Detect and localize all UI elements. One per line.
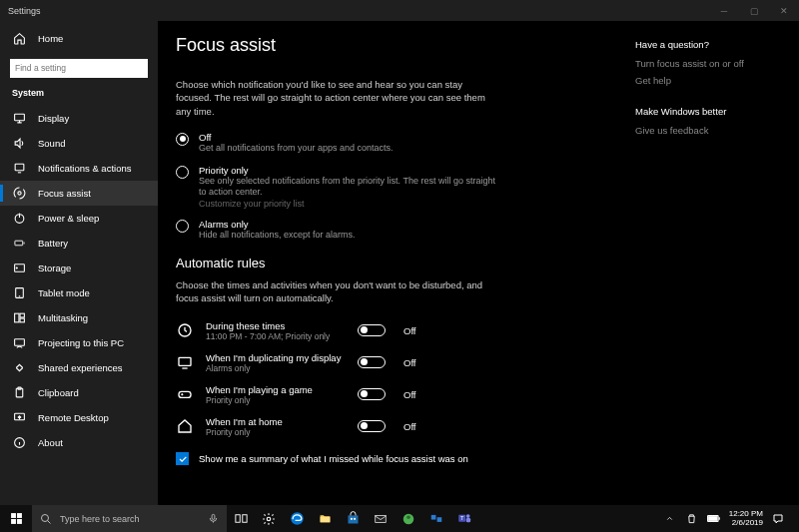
nav-label: Battery	[38, 238, 68, 249]
nav-power-sleep[interactable]: Power & sleep	[0, 206, 158, 231]
svg-rect-1	[15, 164, 24, 171]
tray-clock[interactable]: 12:20 PM 2/6/2019	[729, 510, 763, 528]
svg-point-6	[16, 266, 17, 267]
nav-display[interactable]: Display	[0, 106, 158, 131]
customize-priority-link[interactable]: Customize your priority list	[199, 199, 498, 209]
toggle-state: Off	[403, 357, 416, 368]
toggle-state: Off	[403, 389, 416, 400]
nav-label: Focus assist	[38, 188, 91, 199]
svg-rect-32	[351, 518, 353, 520]
svg-rect-30	[320, 517, 330, 522]
rule-sub: Alarms only	[206, 363, 346, 373]
home-nav[interactable]: Home	[0, 25, 158, 51]
svg-point-41	[465, 514, 469, 518]
app-icon-green[interactable]	[395, 505, 422, 532]
display-icon	[12, 112, 26, 125]
home-label: Home	[38, 33, 63, 44]
svg-point-2	[17, 191, 20, 194]
file-explorer-icon[interactable]	[311, 505, 339, 532]
rule-duplicating-display[interactable]: When I'm duplicating my displayAlarms on…	[176, 346, 617, 378]
rule-sub: 11:00 PM - 7:00 AM; Priority only	[206, 331, 346, 341]
nav-label: Multitasking	[38, 312, 88, 323]
svg-rect-44	[709, 517, 717, 521]
home-icon	[12, 32, 26, 45]
radio-icon	[176, 220, 189, 233]
nav-focus-assist[interactable]: Focus assist	[0, 181, 158, 206]
svg-point-8	[19, 295, 20, 296]
rule-toggle[interactable]	[358, 356, 386, 368]
close-button[interactable]: ✕	[769, 0, 799, 21]
rule-during-times[interactable]: During these times11:00 PM - 7:00 AM; Pr…	[176, 314, 617, 346]
rule-title: When I'm duplicating my display	[206, 352, 346, 363]
radio-icon	[176, 166, 189, 179]
nav-label: Remote Desktop	[38, 412, 109, 423]
nav-tablet-mode[interactable]: Tablet mode	[0, 280, 158, 305]
tray-chevron-icon[interactable]	[663, 514, 677, 523]
rule-toggle[interactable]	[358, 420, 386, 432]
nav-projecting[interactable]: Projecting to this PC	[0, 330, 158, 355]
nav-sound[interactable]: Sound	[0, 131, 158, 156]
rule-playing-game[interactable]: When I'm playing a gamePriority only Off	[176, 378, 617, 410]
feedback-link[interactable]: Give us feedback	[635, 125, 781, 136]
rule-sub: Priority only	[206, 427, 346, 437]
rule-at-home[interactable]: When I'm at homePriority only Off	[176, 410, 617, 442]
store-icon[interactable]	[339, 505, 367, 532]
page-intro: Choose which notification you'd like to …	[176, 78, 499, 118]
nav-list: Display Sound Notifications & actions Fo…	[0, 106, 158, 455]
nav-notifications[interactable]: Notifications & actions	[0, 156, 158, 181]
toggle-state: Off	[403, 421, 416, 432]
tray-battery-icon[interactable]	[707, 514, 721, 523]
clipboard-icon	[12, 386, 26, 399]
tray-power-icon[interactable]	[685, 513, 699, 524]
search-icon	[40, 513, 52, 525]
mic-icon[interactable]	[208, 513, 227, 524]
teams-icon[interactable]: T	[450, 505, 478, 532]
toggle-state: Off	[403, 325, 416, 336]
rules-intro: Choose the times and activities when you…	[176, 278, 499, 305]
app-icon-blue[interactable]	[422, 505, 450, 532]
nav-remote-desktop[interactable]: Remote Desktop	[0, 405, 158, 430]
display-icon	[176, 354, 194, 370]
svg-rect-26	[235, 515, 239, 523]
help-link[interactable]: Get help	[635, 75, 781, 86]
summary-checkbox-row[interactable]: Show me a summary of what I missed while…	[176, 452, 617, 465]
svg-rect-31	[348, 515, 358, 523]
rule-toggle[interactable]	[358, 324, 386, 336]
mail-icon[interactable]	[367, 505, 395, 532]
svg-rect-27	[242, 515, 246, 523]
taskbar-search[interactable]: Type here to search	[32, 505, 227, 532]
window-title: Settings	[0, 6, 41, 16]
nav-storage[interactable]: Storage	[0, 256, 158, 280]
nav-shared-experiences[interactable]: Shared experiences	[0, 355, 158, 380]
nav-battery[interactable]: Battery	[0, 231, 158, 256]
nav-about[interactable]: About	[0, 430, 158, 455]
search-input[interactable]	[10, 59, 148, 78]
nav-label: About	[38, 437, 63, 448]
nav-label: Notifications & actions	[38, 163, 131, 174]
task-view-icon[interactable]	[227, 505, 255, 532]
edge-icon[interactable]	[283, 505, 311, 532]
maximize-button[interactable]: ▢	[739, 0, 769, 21]
nav-clipboard[interactable]: Clipboard	[0, 380, 158, 405]
nav-label: Shared experiences	[38, 362, 123, 373]
sidebar: Home System Display Sound Notifications …	[0, 21, 158, 505]
help-link[interactable]: Turn focus assist on or off	[635, 58, 781, 69]
remote-icon	[12, 411, 26, 424]
projecting-icon	[12, 336, 26, 349]
minimize-button[interactable]: ─	[709, 0, 739, 21]
radio-off[interactable]: Off Get all notifications from your apps…	[176, 132, 617, 155]
settings-app-icon[interactable]	[255, 505, 283, 532]
help-heading: Have a question?	[635, 39, 781, 50]
main-area: Focus assist Choose which notification y…	[158, 21, 799, 505]
summary-checkbox-label: Show me a summary of what I missed while…	[199, 453, 468, 464]
system-tray: 12:20 PM 2/6/2019	[663, 510, 799, 528]
svg-rect-37	[431, 514, 436, 519]
nav-multitasking[interactable]: Multitasking	[0, 305, 158, 330]
radio-alarms-only[interactable]: Alarms only Hide all notifications, exce…	[176, 219, 617, 242]
radio-title: Off	[199, 132, 394, 143]
rule-toggle[interactable]	[358, 388, 386, 400]
rule-title: During these times	[206, 320, 346, 331]
start-button[interactable]	[0, 505, 32, 532]
radio-priority-only[interactable]: Priority only See only selected notifica…	[176, 165, 617, 209]
action-center-icon[interactable]	[771, 513, 785, 525]
